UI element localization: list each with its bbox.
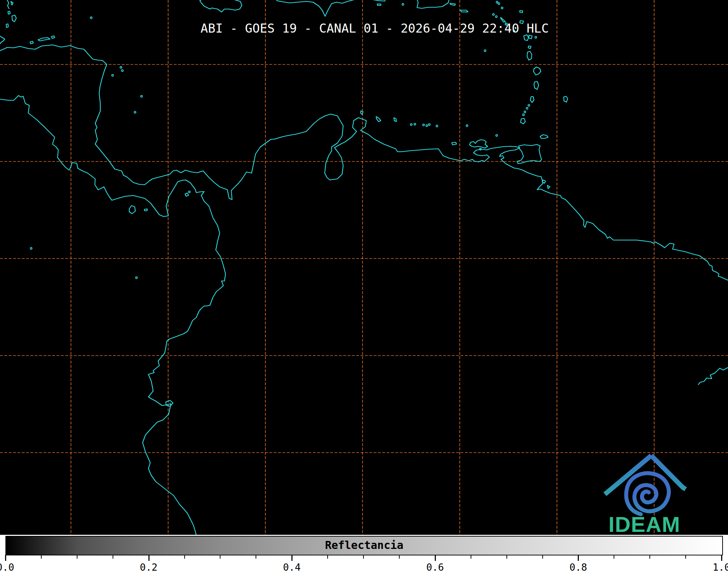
colorbar-minor-tick [327,555,328,559]
colorbar-major-tick [721,555,722,561]
colorbar-major-tick [5,555,6,561]
colorbar-strip: Reflectancia 0.00.20.40.60.81.0 [0,535,728,571]
colorbar-major-tick [291,555,293,561]
logo-swirl-stroke [626,473,669,514]
colorbar-minor-tick [649,555,650,559]
colorbar-minor-tick [113,555,113,559]
colorbar: Reflectancia [5,536,723,555]
satellite-map: ABI - GOES 19 - CANAL 01 - 2026-04-29 22… [0,0,728,535]
colorbar-minor-tick [220,555,220,559]
colorbar-minor-tick [685,555,686,559]
colorbar-tick-label: 1.0 [713,562,728,571]
colorbar-minor-tick [77,555,77,559]
colorbar-tick-label: 0.0 [0,562,14,571]
colorbar-minor-tick [256,555,256,559]
colorbar-major-tick [435,555,436,561]
colorbar-minor-tick [41,555,42,559]
colorbar-tick-label: 0.4 [283,562,301,571]
colorbar-major-tick [578,555,579,561]
satellite-image-viewer: ABI - GOES 19 - CANAL 01 - 2026-04-29 22… [0,0,728,571]
colorbar-minor-tick [506,555,507,559]
colorbar-minor-tick [614,555,614,559]
colorbar-major-tick [148,555,150,561]
colorbar-minor-tick [399,555,400,559]
colorbar-minor-tick [184,555,185,559]
colorbar-minor-tick [363,555,364,559]
colorbar-minor-tick [542,555,543,559]
map-title: ABI - GOES 19 - CANAL 01 - 2026-04-29 22… [201,21,549,35]
colorbar-tick-label: 0.6 [426,562,444,571]
ideam-logo-text: IDEAM [609,512,680,535]
colorbar-tick-label: 0.2 [140,562,157,571]
colorbar-minor-tick [471,555,471,559]
colorbar-label: Reflectancia [325,539,404,551]
colorbar-tick-label: 0.8 [569,562,587,571]
